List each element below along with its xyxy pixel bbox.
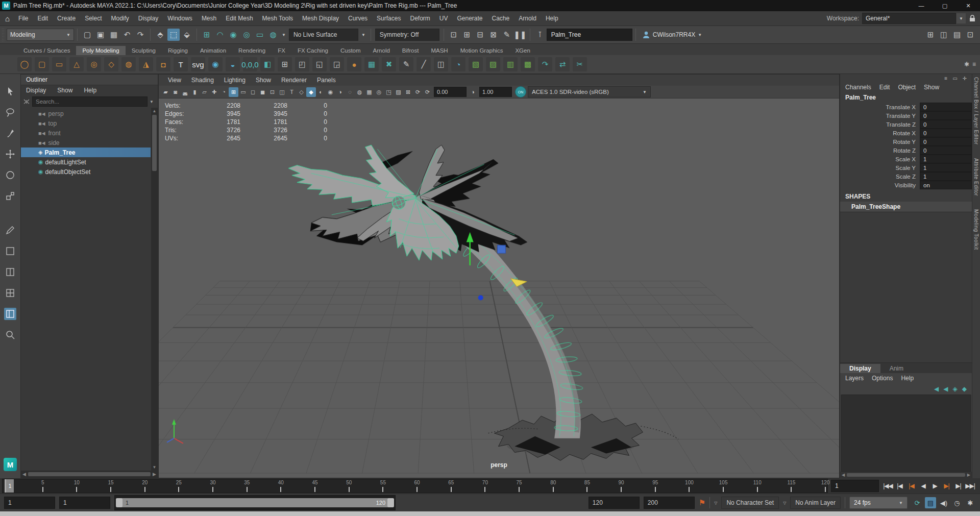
playback-button[interactable]: ▶| (941, 480, 952, 492)
menu-item[interactable]: Edit Mesh (221, 15, 257, 22)
menu-item[interactable]: Select (80, 15, 106, 22)
shelf-tab[interactable]: Animation (194, 46, 232, 55)
outliner-item[interactable]: ■◄ persp (21, 109, 151, 118)
move-tool[interactable] (4, 148, 16, 160)
channel-label[interactable]: Scale Y (840, 165, 920, 171)
pencil-tool-icon[interactable] (4, 224, 16, 236)
range-end-handle[interactable] (387, 498, 394, 507)
snap-icon[interactable]: ◍ (267, 29, 279, 41)
channel-label[interactable]: Translate Z (840, 121, 920, 128)
outliner-vscrollbar[interactable]: ▲ ▼ (151, 108, 158, 471)
shelf-item-icon[interactable]: T (174, 57, 188, 71)
scroll-right-arrow[interactable]: ▶ (967, 473, 970, 477)
editor-icon[interactable]: ⊡ (448, 29, 460, 41)
editor-icon[interactable]: ⊟ (474, 29, 486, 41)
toolbar-icon[interactable]: ▦ (108, 29, 120, 41)
shelf-item-icon[interactable]: 0,0,0 (243, 57, 257, 71)
outliner-menu-item[interactable]: Show (57, 87, 72, 94)
shelf-item-icon[interactable]: ✖ (382, 57, 396, 71)
layout-single-pane-icon[interactable] (4, 245, 16, 257)
workspace-selector[interactable]: General* (862, 13, 956, 24)
channel-value-field[interactable]: 0 (920, 146, 972, 155)
viewport-toolbar-icon[interactable]: ▰ (161, 87, 170, 97)
menu-item[interactable]: Create (53, 15, 80, 22)
menu-set-selector[interactable]: Modeling▼ (7, 29, 74, 41)
viewport-toolbar-icon[interactable]: T (287, 87, 297, 97)
channel-box-menu-item[interactable]: Channels (845, 84, 871, 91)
shelf-item-icon[interactable]: ▦ (364, 57, 379, 71)
layer-editor-icon[interactable]: ◀ (943, 385, 948, 392)
bookmark-icon[interactable]: ⚑ (699, 498, 705, 507)
chevron-down-icon[interactable]: ▼ (282, 33, 286, 37)
layout-shortcut-icon[interactable]: ⊡ (964, 29, 976, 41)
selection-mode-icon[interactable]: ⬙ (181, 29, 193, 41)
channel-value-field[interactable]: 1 (920, 155, 972, 163)
viewport-menu-item[interactable]: Lighting (219, 77, 251, 84)
window-button[interactable]: ▢ (933, 0, 957, 11)
viewport-toolbar-icon[interactable]: ◍ (355, 87, 364, 97)
animation-start-field[interactable]: 1 (4, 497, 55, 509)
channel-value-field[interactable]: 1 (920, 172, 972, 181)
toolbar-icon[interactable]: ▣ (94, 29, 107, 41)
sidebar-vertical-tab[interactable]: Channel Box / Layer Editor (973, 77, 979, 145)
menu-item[interactable]: Surfaces (372, 15, 405, 22)
viewport-menu-item[interactable]: Show (251, 77, 276, 84)
shelf-tab[interactable]: Rendering (232, 46, 272, 55)
channel-value-field[interactable]: 0 (920, 120, 972, 129)
channel-box-object-name[interactable]: Palm_Tree (840, 92, 972, 103)
viewport-toolbar-icon[interactable]: ◆ (306, 87, 316, 97)
exposure-field[interactable]: 0.00 (434, 87, 467, 97)
menu-item[interactable]: UV (435, 15, 453, 22)
channel-box-menu-item[interactable]: Show (924, 84, 939, 91)
playback-option-icon[interactable]: ◀) (938, 497, 949, 508)
chevron-down-icon[interactable]: ▽ (783, 501, 786, 505)
chevron-down-icon[interactable]: ▽ (714, 501, 717, 505)
viewport-toolbar-icon[interactable]: ◐ (316, 87, 326, 97)
outliner-item[interactable]: ■◄ front (21, 128, 151, 138)
paint-select-tool[interactable] (4, 127, 16, 139)
shelf-item-icon[interactable]: ◒ (226, 57, 240, 71)
shelf-item-icon[interactable]: ◘ (156, 57, 170, 71)
viewport-menu-item[interactable]: Renderer (276, 77, 312, 84)
selection-mode-icon[interactable]: ⬘ (154, 29, 166, 41)
channel-label[interactable]: Rotate Z (840, 148, 920, 154)
channel-value-field[interactable]: 1 (920, 163, 972, 172)
toolbar-icon[interactable]: ▢ (81, 29, 93, 41)
sidebar-vertical-tab[interactable]: Modeling Toolkit (973, 209, 979, 250)
account-menu[interactable]: CWilson7RR4X ▼ (642, 31, 702, 39)
shelf-item-icon[interactable]: ▢ (35, 57, 49, 71)
filter-icon[interactable] (23, 98, 30, 105)
shelf-item-icon[interactable]: ◉ (208, 57, 223, 71)
outliner-item[interactable]: ■◄ top (21, 118, 151, 128)
toolbar-icon[interactable]: ↷ (134, 29, 146, 41)
shelf-item-icon[interactable]: ◔ (451, 57, 465, 71)
layer-editor-icon[interactable]: ◈ (953, 385, 958, 392)
playback-option-icon[interactable]: ✱ (965, 497, 976, 508)
viewport-toolbar-icon[interactable]: ⊡ (267, 87, 277, 97)
outliner-menu-item[interactable]: Help (84, 87, 96, 94)
layout-shortcut-icon[interactable]: ▤ (951, 29, 963, 41)
menu-item[interactable]: Deform (405, 15, 434, 22)
viewport-toolbar-icon[interactable]: ▨ (394, 87, 403, 97)
outliner-hscrollbar[interactable]: ◀ ▶ (21, 471, 158, 478)
channel-box-menu-item[interactable]: Edit (879, 84, 890, 91)
select-tool[interactable] (4, 85, 16, 97)
viewport-toolbar-icon[interactable]: ◙ (170, 87, 180, 97)
gamma-icon[interactable]: ◑ (468, 87, 478, 97)
viewport-toolbar-icon[interactable]: ◳ (384, 87, 394, 97)
scrollbar-thumb[interactable] (28, 472, 151, 476)
window-button[interactable]: — (910, 0, 933, 11)
channel-value-field[interactable]: 0 (920, 111, 972, 120)
shelf-item-icon[interactable]: ◍ (121, 57, 136, 71)
shelf-tab[interactable]: Sculpting (126, 46, 162, 55)
shelf-item-icon[interactable]: ▨ (486, 57, 500, 71)
shelf-item-icon[interactable]: ◎ (87, 57, 101, 71)
editor-icon[interactable]: ✎ (501, 29, 513, 41)
search-input[interactable]: Search... (32, 96, 148, 107)
fps-selector[interactable]: 24 fps ▼ (849, 497, 908, 509)
shelf-tab[interactable]: Poly Modeling (76, 46, 125, 55)
shelf-tab[interactable]: Arnold (367, 46, 396, 55)
menu-item[interactable]: Modify (106, 15, 133, 22)
menu-item[interactable]: Curves (344, 15, 372, 22)
shelf-tab[interactable]: Custom (334, 46, 367, 55)
